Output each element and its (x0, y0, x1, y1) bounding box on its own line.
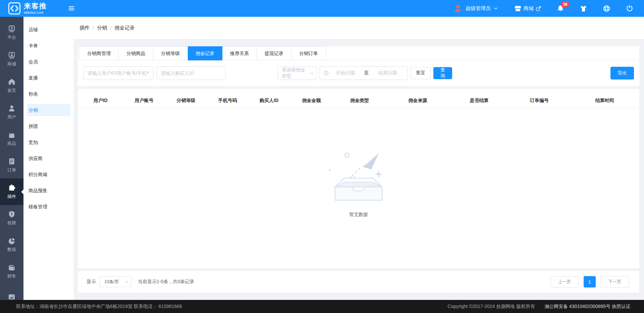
order-icon (8, 157, 16, 165)
column-header: 用户账号 (123, 98, 165, 104)
breadcrumb-item[interactable]: 插件 (79, 25, 90, 31)
tab-distribution-level[interactable]: 分销等级 (153, 46, 188, 60)
submenu-item-presale[interactable]: 商品预售 (23, 182, 74, 199)
top-navbar: 来客推 laiketui.com 超级管理员 商城 (0, 0, 644, 17)
sidebar-item-home[interactable]: 首页 (0, 72, 23, 99)
logo-brackets-icon (8, 2, 21, 15)
commission-type-select[interactable]: 请选择佣金类型 (278, 66, 317, 80)
search-button[interactable]: 查询 (433, 67, 452, 79)
sidebar-item-mall[interactable]: 商城 (0, 46, 23, 72)
plugin-submenu: 店铺 卡券 会员 直播 秒杀 分销 拼团 竞拍 供应商 积分商城 商品预售 模板… (23, 17, 74, 300)
logout-button[interactable] (626, 5, 633, 12)
logo[interactable]: 来客推 laiketui.com (0, 2, 66, 15)
date-separator: 至 (362, 70, 371, 76)
sidebar-item-users[interactable]: 用户 (0, 99, 23, 125)
language-button[interactable] (603, 5, 610, 12)
chevron-down-icon (493, 6, 498, 11)
media-icon (8, 293, 16, 300)
sidebar-item-platform[interactable]: 平台 (0, 19, 23, 46)
date-start-placeholder: 开始日期 (329, 70, 362, 76)
avatar (453, 4, 462, 13)
user-icon (8, 104, 16, 112)
tab-distribution-orders[interactable]: 分销订单 (291, 46, 326, 60)
tab-withdrawal-records[interactable]: 提现记录 (257, 46, 291, 60)
column-header: 佣金金额 (290, 98, 333, 104)
submenu-item-distribution[interactable]: 分销 (23, 102, 74, 118)
page-footer: 联系地址：湖南省长沙市岳麓区绿地中央广场6栋2018室 联系电话： 615981… (0, 300, 644, 313)
buyer-id-input[interactable] (157, 66, 226, 80)
column-header: 用户ID (78, 98, 123, 104)
breadcrumb-item[interactable]: 分销 (97, 25, 107, 31)
sidebar-item-label: 平台 (7, 35, 16, 41)
column-header: 是否结算 (449, 98, 509, 104)
platform-icon (8, 25, 16, 33)
home-icon (8, 78, 16, 86)
app-subtitle: laiketui.com (24, 11, 47, 14)
sidebar-item-label: 首页 (7, 88, 16, 94)
submenu-item-member[interactable]: 会员 (23, 54, 74, 70)
page-size-value: 10条/页 (104, 279, 125, 285)
column-header: 佣金类型 (333, 98, 386, 104)
sidebar-item-plugins[interactable]: 插件 (0, 178, 23, 205)
prev-page-button[interactable]: 上一页 (550, 276, 579, 288)
mall-icon (8, 51, 16, 59)
tab-referral-relations[interactable]: 推荐关系 (222, 46, 257, 60)
tab-commission-records[interactable]: 佣金记录 (188, 46, 222, 60)
notifications-button[interactable]: 38 (557, 5, 564, 12)
sidebar-item-orders[interactable]: 订单 (0, 152, 23, 178)
page-size-select[interactable]: 10条/页 (99, 276, 132, 287)
sidebar-item-media[interactable] (0, 284, 23, 300)
commission-type-placeholder: 请选择佣金类型 (282, 67, 310, 79)
next-page-button[interactable]: 下一页 (600, 276, 629, 288)
current-page-button[interactable]: 1 (584, 276, 596, 288)
sidebar-item-label: 财务 (7, 273, 16, 279)
submenu-item-template[interactable]: 模板管理 (23, 199, 74, 215)
column-header: 佣金来源 (386, 98, 449, 104)
submenu-item-coupon[interactable]: 卡券 (23, 38, 74, 54)
power-icon (626, 5, 633, 12)
date-range-picker[interactable]: 开始日期 至 结束日期 (320, 66, 408, 80)
submenu-item-auction[interactable]: 竞拍 (23, 134, 74, 150)
distribution-tabs: 分销商管理 分销商品 分销等级 佣金记录 推荐关系 提现记录 分销订单 (78, 46, 639, 60)
menu-fold-icon[interactable] (68, 5, 75, 12)
chevron-down-icon (310, 71, 314, 75)
commission-table-card: 用户ID 用户账号 分销等级 手机号码 购买人ID 佣金金额 佣金类型 佣金来源… (78, 89, 639, 268)
sidebar-item-permissions[interactable]: 权限 (0, 205, 23, 231)
sidebar-item-goods[interactable]: 商品 (0, 125, 23, 152)
empty-text: 暂无数据 (349, 212, 368, 218)
submenu-item-live[interactable]: 直播 (23, 70, 74, 86)
external-link-icon (536, 6, 541, 11)
sidebar-item-data[interactable]: 数据 (0, 231, 23, 258)
export-button[interactable]: 导出 (610, 67, 634, 80)
page-size-label: 显示 (87, 279, 96, 285)
pagination-bar: 显示 10条/页 当前显示1-0条，共0条记录 上一页 1 下一页 (78, 271, 639, 293)
reset-button[interactable]: 重置 (411, 67, 431, 79)
user-menu[interactable]: 超级管理员 (453, 4, 498, 13)
submenu-item-points-mall[interactable]: 积分商城 (23, 166, 74, 182)
submenu-item-groupbuy[interactable]: 拼团 (23, 118, 74, 134)
breadcrumb-item-current: 佣金记录 (114, 25, 135, 31)
primary-sidebar: 平台 商城 首页 用户 (0, 17, 23, 300)
column-header: 购买人ID (248, 98, 290, 104)
submenu-item-flashsale[interactable]: 秒杀 (23, 86, 74, 102)
tab-distributor-management[interactable]: 分销商管理 (79, 46, 119, 60)
sidebar-item-label: 商城 (7, 61, 16, 67)
sidebar-item-finance[interactable]: 财务 (0, 258, 23, 284)
shop-decorate-button[interactable] (580, 5, 587, 12)
tab-distribution-goods[interactable]: 分销商品 (119, 46, 153, 60)
sidebar-item-label: 数据 (7, 247, 16, 253)
submenu-item-shop[interactable]: 店铺 (23, 21, 74, 38)
filter-card: 分销商管理 分销商品 分销等级 佣金记录 推荐关系 提现记录 分销订单 请选择佣… (78, 46, 639, 86)
user-search-input[interactable] (83, 66, 153, 80)
column-header: 分销等级 (165, 98, 207, 104)
submenu-item-supplier[interactable]: 供应商 (23, 150, 74, 166)
mall-label: 商城 (524, 5, 534, 12)
column-header: 结算时间 (570, 98, 639, 104)
mall-link[interactable]: 商城 (514, 5, 541, 12)
footer-police-record[interactable]: 湘公网安备 43010402000895号 执照认证 (544, 304, 631, 310)
empty-state: 暂无数据 (78, 108, 639, 268)
chevron-down-icon (125, 280, 129, 284)
user-role: 超级管理员 (466, 5, 491, 12)
plugin-icon (8, 184, 16, 192)
column-header: 订单编号 (509, 98, 570, 104)
